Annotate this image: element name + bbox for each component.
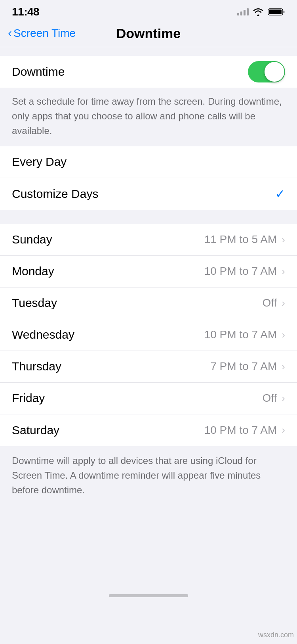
- friday-chevron-icon: ›: [282, 392, 285, 404]
- monday-row[interactable]: Monday 10 PM to 7 AM ›: [0, 256, 297, 288]
- tuesday-value: Off: [262, 297, 277, 309]
- customize-days-label: Customize Days: [12, 187, 98, 201]
- home-indicator: [0, 586, 297, 604]
- tuesday-chevron-icon: ›: [282, 297, 285, 309]
- friday-label: Friday: [12, 391, 45, 405]
- saturday-label: Saturday: [12, 424, 59, 437]
- bottom-note-text: Downtime will apply to all devices that …: [12, 453, 285, 498]
- wednesday-chevron-icon: ›: [282, 329, 285, 341]
- bottom-note: Downtime will apply to all devices that …: [0, 446, 297, 507]
- friday-right: Off ›: [262, 392, 285, 404]
- friday-row[interactable]: Friday Off ›: [0, 383, 297, 414]
- svg-rect-2: [269, 10, 282, 14]
- customize-days-row[interactable]: Customize Days ✓: [0, 178, 297, 210]
- downtime-toggle-row: Downtime: [0, 56, 297, 88]
- svg-rect-1: [283, 11, 285, 13]
- thursday-chevron-icon: ›: [282, 360, 285, 373]
- back-chevron-icon: ‹: [8, 27, 12, 39]
- days-section: Sunday 11 PM to 5 AM › Monday 10 PM to 7…: [0, 224, 297, 446]
- schedule-options-section: Every Day Customize Days ✓: [0, 146, 297, 210]
- tuesday-row[interactable]: Tuesday Off ›: [0, 288, 297, 319]
- sunday-label: Sunday: [12, 233, 52, 246]
- monday-chevron-icon: ›: [282, 265, 285, 278]
- wifi-icon: [253, 8, 264, 16]
- wednesday-label: Wednesday: [12, 328, 74, 341]
- thursday-row[interactable]: Thursday 7 PM to 7 AM ›: [0, 351, 297, 383]
- sunday-chevron-icon: ›: [282, 234, 285, 246]
- saturday-value: 10 PM to 7 AM: [204, 424, 277, 437]
- downtime-toggle[interactable]: [248, 61, 285, 82]
- sunday-row[interactable]: Sunday 11 PM to 5 AM ›: [0, 224, 297, 256]
- description-text: Set a schedule for time away from the sc…: [12, 94, 285, 138]
- friday-value: Off: [262, 392, 277, 404]
- wednesday-right: 10 PM to 7 AM ›: [204, 328, 285, 341]
- wednesday-value: 10 PM to 7 AM: [204, 328, 277, 341]
- battery-icon: [268, 8, 285, 16]
- monday-value: 10 PM to 7 AM: [204, 265, 277, 278]
- page-title: Downtime: [116, 26, 181, 41]
- back-label: Screen Time: [13, 27, 76, 40]
- watermark: wsxdn.com: [258, 631, 294, 639]
- wednesday-row[interactable]: Wednesday 10 PM to 7 AM ›: [0, 319, 297, 351]
- saturday-right: 10 PM to 7 AM ›: [204, 424, 285, 437]
- tuesday-right: Off ›: [262, 297, 285, 309]
- monday-right: 10 PM to 7 AM ›: [204, 265, 285, 278]
- home-bar: [109, 594, 188, 597]
- description-section: Set a schedule for time away from the sc…: [0, 88, 297, 146]
- sunday-value: 11 PM to 5 AM: [204, 233, 277, 246]
- toggle-knob: [265, 62, 284, 82]
- every-day-row[interactable]: Every Day: [0, 146, 297, 178]
- downtime-label: Downtime: [12, 65, 65, 79]
- sunday-right: 11 PM to 5 AM ›: [204, 233, 285, 246]
- signal-icon: [237, 8, 249, 15]
- status-time: 11:48: [12, 6, 39, 18]
- status-bar: 11:48: [0, 0, 297, 21]
- saturday-chevron-icon: ›: [282, 424, 285, 436]
- bottom-spacer: [0, 507, 297, 586]
- mid-spacer: [0, 210, 297, 224]
- status-icons: [237, 8, 285, 16]
- thursday-right: 7 PM to 7 AM ›: [210, 360, 285, 373]
- thursday-label: Thursday: [12, 360, 61, 373]
- nav-bar: ‹ Screen Time Downtime: [0, 21, 297, 47]
- monday-label: Monday: [12, 264, 54, 278]
- customize-days-right: ✓: [275, 187, 285, 201]
- checkmark-icon: ✓: [275, 187, 285, 201]
- saturday-row[interactable]: Saturday 10 PM to 7 AM ›: [0, 414, 297, 446]
- tuesday-label: Tuesday: [12, 296, 57, 310]
- every-day-label: Every Day: [12, 155, 67, 169]
- top-spacer: [0, 47, 297, 56]
- back-button[interactable]: ‹ Screen Time: [8, 27, 76, 40]
- thursday-value: 7 PM to 7 AM: [210, 360, 277, 373]
